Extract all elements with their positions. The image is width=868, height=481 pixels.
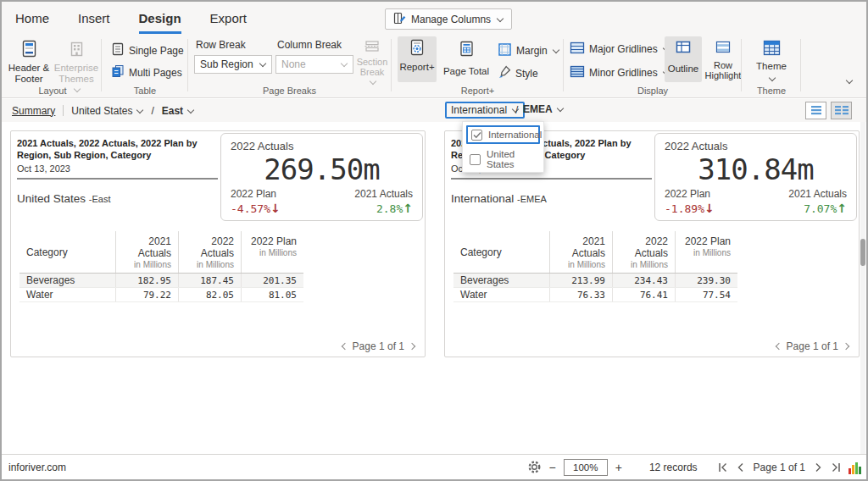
pager-prev-icon[interactable] <box>775 343 782 350</box>
manage-columns-icon <box>393 12 406 27</box>
manage-columns-label: Manage Columns <box>411 14 491 25</box>
two-column-view-button[interactable] <box>831 102 852 119</box>
tab-design[interactable]: Design <box>139 11 181 34</box>
column-header-2022-plan: 2022 Plan in Millions <box>241 231 303 273</box>
checkbox-unchecked-icon[interactable] <box>470 154 481 165</box>
kpi-compare-right-value: 2.8%↑ <box>376 202 413 215</box>
page-total-button[interactable]: Page Total <box>440 36 492 82</box>
data-table: Category 2021 Actuals in Millions 2022 A… <box>453 231 737 302</box>
records-count: 12 records <box>649 462 698 473</box>
dropdown-item-label: United States <box>487 149 537 169</box>
style-label: Style <box>515 68 538 80</box>
report-plus-button[interactable]: Report+ <box>398 36 437 82</box>
breadcrumb-subregion-dropdown[interactable]: East <box>162 105 194 117</box>
column-break-select[interactable]: None <box>275 55 353 74</box>
arrow-down-icon: ↓ <box>270 202 281 215</box>
prev-page-button[interactable] <box>737 462 744 473</box>
major-gridlines-button[interactable]: Major Gridlines <box>570 41 670 57</box>
ribbon-separator <box>101 39 102 91</box>
filter-region-dropdown[interactable]: International <box>445 102 525 119</box>
row-highlight-label: Row Highlight <box>705 60 742 81</box>
inforiver-link[interactable]: inforiver.com <box>8 462 66 473</box>
multi-pages-button[interactable]: Multi Pages <box>111 64 182 80</box>
breadcrumb-region-label: United States <box>71 105 132 117</box>
margin-button[interactable]: Margin <box>498 42 559 59</box>
arrow-down-icon: ↓ <box>704 202 715 215</box>
column-header-2021-actuals: 2021 Actuals in Millions <box>115 231 178 273</box>
report-panel-united-states-east: 2021 Actuals, 2022 Actuals, 2022 Plan by… <box>10 130 426 357</box>
pager-next-icon[interactable] <box>843 343 849 350</box>
kpi-measure-label: 2022 Actuals <box>231 140 293 152</box>
group-label-layout: Layout <box>5 86 100 96</box>
next-page-button[interactable] <box>815 462 822 473</box>
group-label-report-plus: Report+ <box>392 86 563 96</box>
tab-export[interactable]: Export <box>210 11 247 34</box>
column-break-value: None <box>281 58 306 70</box>
chevron-down-icon <box>259 60 266 67</box>
section-break-button[interactable]: Section Break <box>355 38 389 86</box>
first-page-button[interactable] <box>718 462 729 473</box>
zoom-out-button[interactable]: − <box>549 461 556 474</box>
single-page-button[interactable]: Single Page <box>111 42 184 58</box>
ribbon-group-layout: Header & Footer Enterprise Themes Layout <box>5 34 100 97</box>
app-window: Home Insert Design Export Manage Columns… <box>0 0 868 481</box>
report-plus-label: Report+ <box>399 62 434 73</box>
kpi-compare-left-label: 2022 Plan <box>665 188 710 200</box>
breadcrumb-bar: Summary United States / East Internation… <box>2 99 866 122</box>
multi-pages-label: Multi Pages <box>129 67 182 79</box>
pager-prev-icon[interactable] <box>341 343 348 350</box>
settings-gear-icon[interactable] <box>527 460 542 474</box>
column-header-category: Category <box>453 231 549 273</box>
ribbon-separator <box>563 39 564 91</box>
enterprise-themes-button[interactable]: Enterprise Themes <box>53 37 100 93</box>
tab-insert[interactable]: Insert <box>78 11 110 34</box>
last-page-button[interactable] <box>830 462 841 473</box>
outline-button[interactable]: Outline <box>665 36 702 82</box>
style-button[interactable]: Style <box>498 65 538 81</box>
chevron-down-icon <box>552 47 559 53</box>
row-highlight-button[interactable]: Row Highlight <box>705 36 741 82</box>
vertical-scrollbar[interactable] <box>860 122 865 454</box>
filter-subregion-label: EMEA <box>523 103 553 115</box>
theme-button[interactable]: Theme <box>749 37 793 82</box>
panel-date: Oct 13, 2023 <box>17 163 70 174</box>
filter-subregion-dropdown[interactable]: EMEA <box>523 103 564 115</box>
row-break-select[interactable]: Sub Region <box>194 55 272 74</box>
dropdown-item-international[interactable]: International <box>466 125 540 144</box>
zoom-level-input[interactable]: 100% <box>564 459 608 476</box>
breadcrumb-region-dropdown[interactable]: United States <box>71 105 143 117</box>
tab-home[interactable]: Home <box>15 11 49 34</box>
pager-next-icon[interactable] <box>409 343 415 350</box>
column-break-label: Column Break <box>277 39 342 51</box>
panel-region-label: International -EMEA <box>451 192 547 205</box>
kpi-card: 2022 Actuals 269.50m 2022 Plan -4.57%↓ 2… <box>220 133 423 221</box>
single-column-view-button[interactable] <box>805 102 826 119</box>
scrollbar-thumb[interactable] <box>860 239 865 266</box>
theme-icon <box>763 40 781 58</box>
chevron-down-icon <box>187 106 194 113</box>
breadcrumb-separator: / <box>151 105 153 117</box>
kpi-value: 269.50m <box>221 152 422 186</box>
dropdown-item-united-states[interactable]: United States <box>466 150 540 169</box>
column-header-2022-plan: 2022 Plan in Millions <box>675 231 737 273</box>
checkbox-checked-icon[interactable] <box>471 130 482 141</box>
group-label-theme: Theme <box>743 86 800 96</box>
minor-gridlines-button[interactable]: Minor Gridlines <box>570 65 670 80</box>
single-page-icon <box>111 42 125 58</box>
arrow-up-icon: ↑ <box>837 202 847 215</box>
section-break-label: Section Break <box>355 57 389 78</box>
kpi-compare-right-label: 2021 Actuals <box>354 188 413 200</box>
ribbon-separator <box>187 39 188 91</box>
manage-columns-button[interactable]: Manage Columns <box>385 8 512 30</box>
panel-divider <box>17 178 218 180</box>
breadcrumb-summary-link[interactable]: Summary <box>12 105 55 117</box>
panel-pager: Page 1 of 1 <box>776 340 849 352</box>
panel-divider <box>451 178 652 180</box>
kpi-value: 310.84m <box>655 152 856 186</box>
kpi-card: 2022 Actuals 310.84m 2022 Plan -1.89%↓ 2… <box>654 133 857 221</box>
panel-title: 2021 Actuals, 2022 Actuals, 2022 Plan by… <box>17 137 229 162</box>
ribbon-collapse-icon[interactable] <box>846 77 853 84</box>
style-brush-icon <box>498 65 511 81</box>
zoom-in-button[interactable]: + <box>615 461 622 474</box>
header-footer-button[interactable]: Header & Footer <box>7 37 51 86</box>
